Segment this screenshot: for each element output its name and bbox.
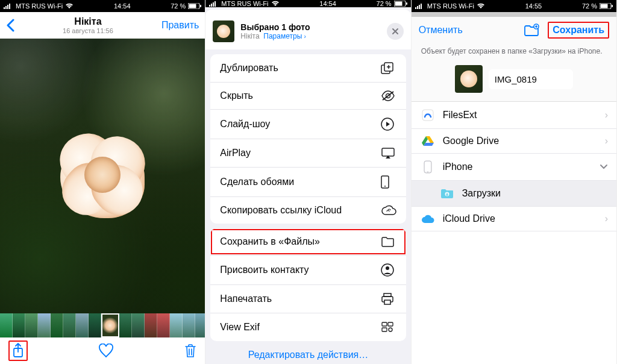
save-button[interactable]: Сохранить [548,22,609,39]
edit-button[interactable]: Править [161,20,199,31]
status-bar: MTS RUS Wi-Fi 14:54 72 % [0,0,205,12]
svg-rect-0 [4,7,5,9]
trash-button[interactable] [184,344,196,358]
wifi-icon [65,3,74,9]
location-label: iPhone [443,162,592,172]
action-airplay[interactable]: AirPlay [210,139,406,167]
thumbnail-strip[interactable] [0,313,205,337]
battery-label: 72 % [377,0,392,7]
bottom-toolbar [0,337,205,364]
airplay-icon [381,147,396,159]
action-label: Присвоить контакту [220,265,308,275]
svg-point-24 [386,266,389,270]
downloads-folder-icon [439,187,455,199]
action-label: Скопировать ссылку iCloud [220,205,342,216]
location-icloud-drive[interactable]: iCloud Drive › [412,207,616,231]
save-info-text: Объект будет сохранен в папке «Загрузки»… [412,43,616,61]
svg-rect-14 [406,2,407,5]
action-label: Скрыть [220,90,253,101]
action-save-to-files[interactable]: Сохранить в «Файлы» [210,228,406,255]
action-copy-icloud-link[interactable]: Скопировать ссылку iCloud [210,196,406,224]
svg-rect-5 [189,4,196,8]
duplicate-icon [381,62,396,74]
svg-rect-32 [415,7,416,9]
svg-rect-3 [9,4,10,9]
location-label: Загрузки [462,188,608,199]
action-assign-contact[interactable]: Присвоить контакту [210,255,406,284]
svg-rect-34 [419,5,420,9]
location-iphone[interactable]: iPhone [412,154,616,181]
signal-icon [415,3,425,9]
svg-rect-40 [422,110,433,121]
action-slideshow[interactable]: Слайд-шоу [210,109,406,139]
screen-files-save: MTS RUS Wi-Fi 14:55 72 % Отменить Сохран… [412,0,617,364]
iphone-icon [420,160,436,174]
action-wallpaper[interactable]: Сделать обоями [210,167,406,196]
carrier-label: MTS RUS Wi-Fi [427,2,474,10]
action-label: AirPlay [220,148,251,158]
photo-title: Нікіта [14,16,161,27]
screen-share-sheet: MTS RUS Wi-Fi 14:54 72 % Выбрано 1 фото … [205,0,411,364]
battery-label: 72 % [171,2,186,10]
share-button[interactable] [8,340,28,361]
action-label: View Exif [220,322,260,333]
battery-icon [600,3,613,9]
svg-rect-30 [382,328,387,331]
svg-rect-6 [200,5,201,7]
favorite-button[interactable] [98,344,114,358]
cloud-link-icon [381,205,396,216]
photo-subtitle: 16 августа 11:56 [14,27,161,34]
svg-rect-11 [215,1,216,7]
back-button[interactable] [6,19,14,32]
status-time: 14:55 [525,2,542,10]
svg-rect-35 [421,4,422,9]
exif-icon [381,321,396,333]
new-folder-button[interactable] [524,24,539,37]
play-icon [381,118,396,131]
svg-rect-20 [382,148,394,156]
status-time: 14:54 [114,2,131,10]
wifi-icon [271,1,280,7]
svg-rect-37 [600,4,607,8]
action-label: Напечатать [220,293,272,304]
svg-rect-2 [7,5,8,9]
close-button[interactable] [387,23,404,40]
svg-point-31 [389,328,392,331]
chevron-down-icon [600,164,608,170]
files-nav: Отменить Сохранить [412,17,616,43]
file-thumb [455,65,483,93]
svg-rect-28 [382,322,387,326]
filename-input[interactable] [489,69,573,89]
action-duplicate[interactable]: Дублировать [210,54,406,82]
carrier-label: MTS RUS Wi-Fi [221,0,268,7]
selected-sender: Нікіта [240,32,259,40]
rose-image [54,128,151,224]
chevron-right-icon: › [304,33,306,40]
status-bar: MTS RUS Wi-Fi 14:54 72 % [205,0,410,7]
hide-icon [381,90,396,101]
svg-rect-33 [417,6,418,9]
action-label: Дублировать [220,63,278,74]
edit-actions-link[interactable]: Редактировать действия… [205,341,410,364]
svg-rect-38 [612,5,613,7]
action-print[interactable]: Напечатать [210,284,406,313]
action-group-2: Сохранить в «Файлы» Присвоить контакту Н… [210,228,406,341]
location-filesext[interactable]: FilesExt › [412,102,616,129]
svg-rect-1 [5,6,7,9]
selected-photo-thumb [213,20,234,42]
svg-rect-29 [388,322,393,326]
location-label: FilesExt [443,110,598,121]
location-downloads[interactable]: Загрузки [412,181,616,207]
chevron-right-icon: › [605,213,608,224]
options-link[interactable]: Параметры [263,32,302,40]
chevron-right-icon: › [605,136,608,146]
svg-rect-13 [395,2,402,6]
action-label: Слайд-шоу [220,119,270,130]
print-icon [381,293,396,305]
cancel-button[interactable]: Отменить [419,25,463,36]
photo-viewer[interactable] [0,39,205,313]
action-hide[interactable]: Скрыть [210,82,406,109]
location-google-drive[interactable]: Google Drive › [412,129,616,154]
action-view-exif[interactable]: View Exif [210,313,406,341]
chevron-right-icon: › [605,110,608,121]
